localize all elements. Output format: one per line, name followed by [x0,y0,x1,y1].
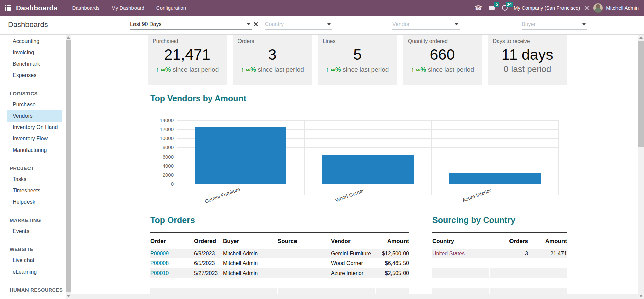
sidebar-item-manufacturing[interactable]: Manufacturing [7,144,62,156]
table-cell: Mitchell Admin [223,258,278,268]
kpi-delta-text: since last period [341,66,389,73]
kpi-sub-value: 0 last period [493,64,562,74]
sidebar-item-benchmark[interactable]: Benchmark [7,58,62,70]
bar-chart: 02000400060008000100001200014000Gemini F… [177,120,558,184]
kpi-delta: ↑ ∞% since last period [323,66,392,73]
scroll-down-icon[interactable] [639,295,643,297]
empty-table-row [432,288,567,294]
sidebar-scroll-thumb[interactable] [66,40,71,292]
sidebar-section-project: PROJECT [10,162,66,174]
nav-item-dashboards[interactable]: Dashboards [67,1,104,15]
sidebar-item-accounting[interactable]: Accounting [7,36,62,47]
sidebar-item-tasks[interactable]: Tasks [7,174,62,185]
empty-table-row [150,278,409,288]
date-filter[interactable]: Last 90 Days [130,20,252,30]
sidebar-item-helpdesk[interactable]: Helpdesk [7,196,62,208]
sheet-bottom-band [71,294,638,299]
sidebar-item-elearning[interactable]: eLearning [7,266,62,278]
y-axis-tick: 2000 [152,172,174,178]
record-link[interactable]: P00009 [150,251,169,256]
trend-up-icon: ↑ [241,66,246,73]
sidebar-item-invoicing[interactable]: Invoicing [7,47,62,58]
chat-bubble-icon [489,6,495,10]
user-menu[interactable]: Mitchell Admin [606,5,639,11]
buyer-filter[interactable]: Buyer [522,20,587,30]
dev-tools-icon[interactable] [583,5,590,11]
x-axis-label: Gemini Furniture [187,180,258,211]
voip-phone-icon[interactable]: ☎ [473,3,483,13]
chevron-down-icon[interactable] [247,23,250,25]
table-row: P000105/27/2023Mitchell AdminAzure Inter… [150,268,409,278]
chevron-down-icon[interactable] [582,23,586,25]
sidebar-scrollbar[interactable] [66,35,71,299]
bar-wood-corner[interactable] [322,155,414,184]
kpi-delta-text: since last period [256,66,304,73]
trend-up-icon: ↑ [411,66,416,73]
record-link[interactable]: P00010 [150,270,169,276]
sidebar-section-human-resources: HUMAN RESOURCES [10,284,66,295]
col-header-source: Source [278,233,331,249]
sidebar-item-events[interactable]: Events [7,226,62,237]
y-axis-tick: 4000 [152,163,174,169]
clear-date-filter-icon[interactable] [253,22,258,26]
top-orders-table: OrderOrderedBuyerSourceVendorAmountP0000… [150,232,409,294]
kpi-label: Quantity ordered [408,38,477,44]
odoo-dashboards-page: Dashboards Dashboards My Dashboard Confi… [0,0,644,299]
sourcing-title: Sourcing by Country [432,215,515,225]
kpi-delta: ↑ ∞% since last period [408,66,477,73]
sidebar-section-marketing: MARKETING [10,214,66,226]
col-header-order: Order [150,233,194,249]
user-avatar[interactable] [593,3,603,13]
kpi-delta: ↑ ∞% since last period [153,66,222,73]
scroll-up-icon[interactable] [67,36,70,39]
chevron-down-icon[interactable] [455,23,458,25]
kpi-value: 3 [238,46,307,63]
messages-badge: 5 [494,2,499,7]
y-axis-tick: 10000 [152,135,174,141]
sidebar-section-website: WEBSITE [10,243,66,255]
kpi-card-orders: Orders3↑ ∞% since last period [233,35,312,85]
dashboards-sidebar: AccountingInvoicingBenchmarkExpensesLOGI… [0,35,66,299]
x-axis-label: Wood Corner [314,180,385,211]
table-cell: Azure Interior [331,268,376,278]
nav-item-configuration[interactable]: Configuration [152,1,191,15]
table-cell: 3 [489,249,528,258]
sidebar-item-purchase[interactable]: Purchase [7,99,62,110]
x-axis-label: Azure Interior [441,180,513,211]
kpi-value: 11 days [493,46,562,63]
chevron-down-icon[interactable] [327,23,331,25]
company-switcher[interactable]: My Company (San Francisco) [514,5,580,11]
y-axis-tick: 6000 [152,154,174,160]
top-nav-bar: Dashboards Dashboards My Dashboard Confi… [0,0,644,16]
sidebar-item-live-chat[interactable]: Live chat [7,255,62,266]
apps-grid-icon[interactable] [5,5,11,11]
y-axis-tick: 0 [152,181,174,187]
sidebar-item-inventory-on-hand[interactable]: Inventory On Hand [7,122,62,133]
scroll-down-icon[interactable] [67,295,70,297]
scroll-up-icon[interactable] [639,36,643,39]
col-header-ordered: Ordered [194,233,223,249]
main-scrollbar[interactable] [638,35,644,299]
table-cell: Gemini Furniture [331,249,376,258]
messages-icon[interactable]: 5 [487,3,497,13]
kpi-delta-pct: ∞% [246,66,256,73]
plot-vline [177,120,177,195]
country-filter[interactable]: Country [265,20,332,30]
nav-item-my-dashboard[interactable]: My Dashboard [107,1,149,15]
record-link[interactable]: P00008 [150,260,169,266]
activities-icon[interactable]: 34 [500,3,510,13]
sidebar-item-timesheets[interactable]: Timesheets [7,185,62,196]
record-link[interactable]: United States [432,251,465,256]
kpi-delta-text: since last period [426,66,474,73]
main-scroll-thumb[interactable] [638,41,644,147]
activities-badge: 34 [506,2,513,7]
bar-gemini-furniture[interactable] [195,127,286,184]
sidebar-item-expenses[interactable]: Expenses [7,70,62,81]
sidebar-item-vendors[interactable]: Vendors [7,110,62,122]
bar-azure-interior[interactable] [449,173,541,184]
vendor-filter[interactable]: Vendor [392,20,460,30]
app-brand[interactable]: Dashboards [16,4,57,12]
sidebar-item-inventory-flow[interactable]: Inventory Flow [7,133,62,144]
table-cell: Mitchell Admin [223,249,278,258]
top-orders-title: Top Orders [150,215,195,225]
